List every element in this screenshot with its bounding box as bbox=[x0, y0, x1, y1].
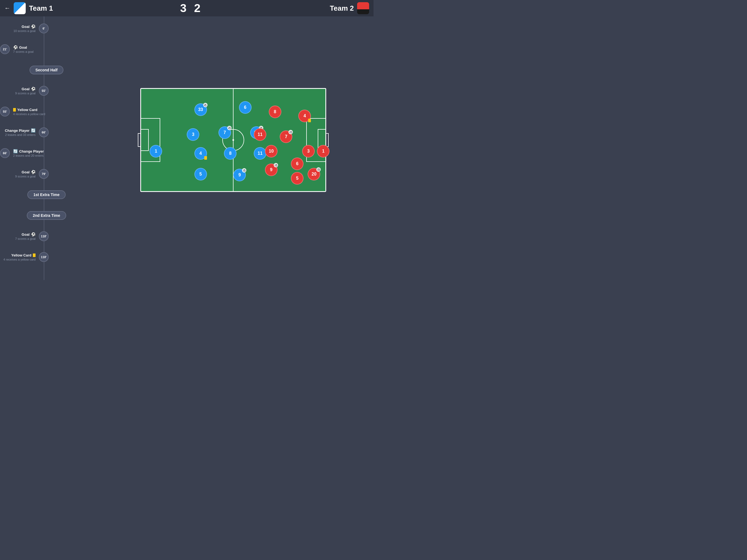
main-content: Goal⚽10 scores a goal6'21'⚽Goal7 scores … bbox=[0, 17, 374, 280]
player-red-9[interactable]: 9⚽ bbox=[265, 163, 278, 176]
phase-badge-e3: Second Half bbox=[29, 66, 64, 74]
pitch: 33⚽637⚽10⚽1481159⚽84117⚽311069⚽520⚽ bbox=[140, 88, 326, 192]
timeline-event-e8: Goal⚽9 scores a goal79' bbox=[0, 167, 93, 180]
pitch-wrapper: 33⚽637⚽10⚽1481159⚽84117⚽311069⚽520⚽ 2⚽2⚽ bbox=[140, 88, 326, 208]
event-content-e2: ⚽Goal7 scores a goal bbox=[13, 45, 49, 53]
team1-logo bbox=[14, 2, 26, 14]
pitch-center-dot bbox=[232, 139, 234, 141]
player-red-5[interactable]: 5 bbox=[291, 172, 304, 184]
player-blue-4[interactable]: 4 bbox=[195, 147, 207, 160]
timeline-event-e11: Goal⚽7 scores a goal118' bbox=[0, 230, 93, 243]
player-blue-8[interactable]: 8 bbox=[224, 147, 236, 160]
event-content-e4: Goal⚽9 scores a goal bbox=[0, 87, 35, 95]
player-blue-11[interactable]: 11 bbox=[254, 147, 266, 160]
event-content-e5: Yellow Card4 receives a yellow card bbox=[13, 108, 49, 116]
timeline: Goal⚽10 scores a goal6'21'⚽Goal7 scores … bbox=[0, 17, 93, 280]
player-red-8[interactable]: 8 bbox=[269, 105, 281, 118]
timeline-event-e4: Goal⚽9 scores a goal55' bbox=[0, 84, 93, 97]
timeline-event-e1: Goal⚽10 scores a goal6' bbox=[0, 22, 93, 35]
yellow-card-indicator bbox=[308, 119, 311, 122]
yellow-card-indicator bbox=[204, 156, 207, 160]
player-blue-7[interactable]: 7⚽ bbox=[218, 126, 231, 139]
event-content-e7: 🔄Change Player2 leaves and 20 enters bbox=[13, 149, 49, 157]
player-blue-5[interactable]: 5 bbox=[195, 168, 207, 180]
event-content-e11: Goal⚽7 scores a goal bbox=[0, 232, 35, 240]
player-red-10[interactable]: 10 bbox=[265, 145, 278, 157]
player-red-7[interactable]: 7⚽ bbox=[280, 130, 292, 143]
timeline-event-e6: Change Player🔄2 leaves and 33 enters66' bbox=[0, 126, 93, 139]
event-content-e6: Change Player🔄2 leaves and 33 enters bbox=[0, 128, 35, 136]
event-content-e8: Goal⚽9 scores a goal bbox=[0, 170, 35, 178]
player-blue-33[interactable]: 33⚽ bbox=[195, 103, 207, 116]
player-badge-7: ⚽ bbox=[227, 126, 232, 130]
goalpost-right bbox=[325, 133, 329, 147]
timeline-event-e2: 21'⚽Goal7 scores a goal bbox=[0, 43, 93, 56]
timeline-event-e12: Yellow Card4 receives a yellow card118' bbox=[0, 251, 93, 263]
player-red-6[interactable]: 6 bbox=[291, 157, 304, 170]
header-right: Team 2 bbox=[330, 2, 369, 14]
player-badge-33: ⚽ bbox=[203, 103, 208, 107]
player-blue-3[interactable]: 3 bbox=[187, 128, 199, 141]
timeline-event-e5: 55'Yellow Card4 receives a yellow card bbox=[0, 105, 93, 118]
event-content-e12: Yellow Card4 receives a yellow card bbox=[0, 253, 35, 261]
timeline-event-e3: Second Half bbox=[0, 63, 93, 77]
header-left: ← Team 1 bbox=[4, 2, 53, 14]
score: 3 2 bbox=[180, 2, 203, 15]
player-red-3[interactable]: 3 bbox=[302, 145, 315, 157]
minute-badge-e4: 55' bbox=[39, 86, 49, 96]
minute-badge-e1: 6' bbox=[39, 24, 49, 33]
player-blue-6[interactable]: 6 bbox=[239, 101, 252, 114]
player-red-11[interactable]: 11 bbox=[254, 128, 266, 141]
player-badge-9: ⚽ bbox=[242, 168, 247, 173]
player-red-4[interactable]: 4 bbox=[298, 110, 311, 122]
event-content-e1: Goal⚽10 scores a goal bbox=[0, 24, 35, 32]
minute-badge-e11: 118' bbox=[39, 231, 49, 241]
minute-badge-e5: 55' bbox=[0, 107, 10, 117]
player-red-20[interactable]: 20⚽ bbox=[308, 168, 320, 180]
goalpost-left bbox=[138, 133, 141, 147]
header: ← Team 1 3 2 Team 2 bbox=[0, 0, 374, 17]
player-red-1[interactable]: 1 bbox=[317, 145, 330, 157]
minute-badge-e8: 79' bbox=[39, 169, 49, 179]
player-blue-9[interactable]: 9⚽ bbox=[233, 169, 246, 181]
phase-badge-e9: 1st Extra Time bbox=[27, 190, 66, 199]
player-badge-9: ⚽ bbox=[274, 163, 278, 167]
player-blue-1[interactable]: 1 bbox=[150, 145, 162, 157]
pitch-area: 33⚽637⚽10⚽1481159⚽84117⚽311069⚽520⚽ 2⚽2⚽ bbox=[93, 17, 374, 280]
player-badge-7: ⚽ bbox=[288, 130, 293, 134]
minute-badge-e2: 21' bbox=[0, 44, 10, 54]
team2-name: Team 2 bbox=[330, 4, 354, 12]
team2-logo bbox=[357, 2, 369, 14]
back-button[interactable]: ← bbox=[4, 5, 10, 12]
minute-badge-e12: 118' bbox=[39, 252, 49, 262]
minute-badge-e7: 66' bbox=[0, 148, 10, 158]
team1-name: Team 1 bbox=[29, 4, 53, 12]
minute-badge-e6: 66' bbox=[39, 127, 49, 137]
goal-area-left bbox=[141, 129, 149, 151]
phase-badge-e10: 2nd Extra Time bbox=[27, 211, 66, 220]
player-badge-20: ⚽ bbox=[316, 167, 321, 172]
timeline-event-e10: 2nd Extra Time bbox=[0, 209, 93, 222]
header-center: 3 2 bbox=[180, 2, 203, 15]
timeline-event-e7: 66'🔄Change Player2 leaves and 20 enters bbox=[0, 147, 93, 160]
timeline-event-e9: 1st Extra Time bbox=[0, 188, 93, 201]
